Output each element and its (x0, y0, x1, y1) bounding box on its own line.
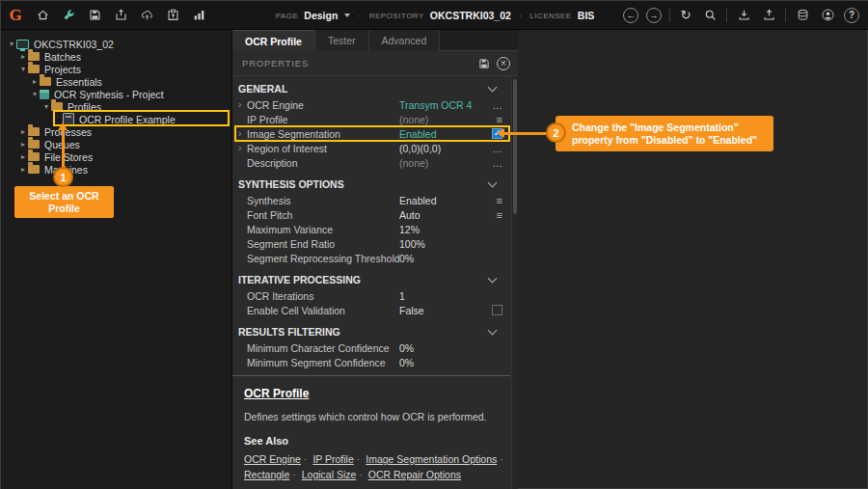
prop-row-minimum-segment-confidence[interactable]: Minimum Segment Confidence 0% (232, 355, 510, 369)
forward-button[interactable] (646, 8, 662, 23)
chevron-down-icon[interactable] (488, 83, 498, 93)
expand-icon[interactable] (238, 129, 247, 139)
prop-row-region-of-interest[interactable]: Region of Interest (0,0)(0,0) (232, 141, 510, 155)
prop-value[interactable]: 100% (399, 238, 485, 250)
page-selector[interactable]: Design (304, 10, 338, 21)
prop-row-description[interactable]: Description (none) (232, 155, 510, 170)
help-icon[interactable] (844, 8, 859, 23)
link-separator: · (304, 453, 308, 465)
close-icon[interactable] (497, 57, 510, 70)
search-icon[interactable] (701, 7, 719, 24)
link-separator: · (359, 469, 363, 480)
prop-row-maximum-variance[interactable]: Maximum Variance 12% (232, 222, 510, 236)
chevron-down-icon[interactable] (488, 274, 498, 284)
prop-value[interactable]: False (399, 305, 485, 316)
app-logo[interactable]: G (1, 6, 30, 25)
cloud-upload-icon[interactable] (138, 7, 155, 24)
account-icon[interactable] (819, 7, 836, 24)
prop-value[interactable]: 0% (399, 342, 485, 354)
cell-validation-checkbox[interactable] (492, 305, 502, 315)
folder-icon (28, 127, 40, 136)
prop-row-segment-reprocessing-threshold[interactable]: Segment Reprocessing Threshold 0% (232, 251, 510, 265)
expander-icon[interactable] (30, 77, 40, 86)
tab-ocr-profile[interactable]: OCR Profile (232, 30, 315, 51)
prop-row-enable-cell-validation[interactable]: Enable Cell Validation False (232, 303, 510, 317)
tree-item-processes[interactable]: Processes (1, 125, 231, 138)
prop-row-ocr-iterations[interactable]: OCR Iterations 1 (232, 288, 510, 303)
back-button[interactable] (623, 8, 638, 23)
expander-icon[interactable] (18, 152, 28, 161)
prop-value[interactable]: Enabled (399, 128, 485, 140)
download-icon[interactable] (735, 7, 752, 24)
tree-item-projects[interactable]: Projects (1, 63, 231, 75)
export-box-icon[interactable] (112, 7, 129, 24)
prop-row-segment-end-ratio[interactable]: Segment End Ratio 100% (232, 236, 510, 251)
prop-value[interactable]: Transym OCR 4 (399, 99, 485, 111)
help-link[interactable]: OCR Repair Options (368, 469, 461, 480)
tree-item-okcstrki03-02[interactable]: OKCSTRKI03_02 (1, 38, 231, 50)
help-link[interactable]: Rectangle (244, 469, 289, 480)
save-properties-icon[interactable] (477, 57, 491, 70)
tree-item-ocr-synthesis-project[interactable]: OCR Synthesis - Project (1, 88, 231, 100)
prop-row-font-pitch[interactable]: Font Pitch Auto (232, 207, 510, 222)
prop-value[interactable]: Enabled (399, 195, 485, 206)
tree-item-batches[interactable]: Batches (1, 50, 231, 63)
prop-value[interactable]: 12% (399, 224, 485, 235)
expander-icon[interactable] (7, 40, 16, 48)
stats-chart-icon[interactable] (190, 7, 207, 24)
section-header[interactable]: GENERAL (232, 80, 510, 97)
expander-icon[interactable] (30, 90, 40, 98)
prop-row-ocr-engine[interactable]: OCR Engine Transym OCR 4 (232, 97, 510, 112)
tab-advanced[interactable]: Advanced (369, 30, 441, 51)
database-stack-icon[interactable] (794, 7, 811, 24)
prop-name: OCR Iterations (247, 290, 399, 302)
home-icon[interactable] (34, 7, 51, 24)
section-title: ITERATIVE PROCESSING (238, 274, 489, 285)
refresh-button[interactable] (678, 8, 693, 22)
dropdown-menu-button[interactable] (497, 195, 502, 206)
ellipsis-button[interactable] (493, 99, 503, 111)
prop-value[interactable]: Auto (399, 209, 485, 221)
expand-icon[interactable] (238, 100, 247, 110)
tree-item-file-stores[interactable]: File Stores (1, 150, 231, 163)
prop-row-minimum-character-confidence[interactable]: Minimum Character Confidence 0% (232, 340, 510, 355)
tab-tester[interactable]: Tester (315, 30, 369, 51)
prop-row-ip-profile[interactable]: IP Profile (none) (232, 112, 510, 126)
chevron-down-icon[interactable] (488, 326, 498, 336)
section-header[interactable]: ITERATIVE PROCESSING (232, 271, 510, 288)
prop-value[interactable]: 1 (399, 290, 485, 302)
help-link[interactable]: Image Segmentation Options (366, 453, 497, 465)
clipboard-upload-icon[interactable] (164, 7, 181, 24)
prop-value[interactable]: (none) (399, 157, 485, 169)
prop-value[interactable]: 0% (399, 357, 485, 368)
expander-icon[interactable] (18, 165, 28, 174)
design-wrench-icon[interactable] (60, 7, 77, 24)
tree-item-ocr-profile-example[interactable]: OCR Profile Example (1, 113, 231, 125)
prop-value[interactable]: 0% (399, 253, 485, 264)
expander-icon[interactable] (18, 140, 28, 149)
prop-row-synthesis[interactable]: Synthesis Enabled (232, 193, 510, 207)
expander-icon[interactable] (41, 102, 51, 111)
help-link[interactable]: OCR Engine (244, 453, 301, 465)
tree-item-essentials[interactable]: Essentials (1, 75, 231, 88)
prop-row-image-segmentation[interactable]: Image Segmentation Enabled (232, 126, 510, 141)
tree-item-queues[interactable]: Queues (1, 138, 231, 150)
expand-icon[interactable] (238, 144, 247, 153)
prop-value[interactable]: (none) (399, 114, 485, 125)
expander-icon[interactable] (18, 127, 28, 136)
section-header[interactable]: RESULTS FILTERING (232, 323, 510, 340)
prop-value[interactable]: (0,0)(0,0) (399, 143, 485, 154)
dropdown-menu-button[interactable] (497, 209, 502, 221)
tree-item-profiles[interactable]: Profiles (1, 100, 231, 113)
expander-icon[interactable] (18, 65, 28, 73)
help-link[interactable]: Logical Size (302, 469, 357, 480)
section-header[interactable]: SYNTHESIS OPTIONS (232, 176, 510, 193)
tree-item-machines[interactable]: Machines (1, 163, 231, 176)
save-icon[interactable] (86, 7, 103, 24)
chevron-down-icon[interactable] (488, 178, 498, 188)
ellipsis-button[interactable] (493, 157, 503, 169)
tree-item-label: Essentials (56, 76, 102, 88)
help-link[interactable]: IP Profile (312, 453, 353, 465)
expander-icon[interactable] (18, 52, 28, 61)
upload-icon[interactable] (760, 7, 777, 24)
